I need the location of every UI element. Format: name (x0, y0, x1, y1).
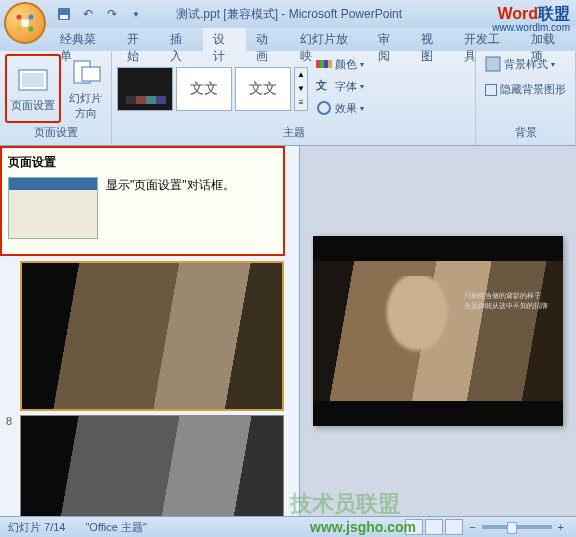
tooltip-preview-image (8, 177, 98, 239)
tab-insert[interactable]: 插入 (160, 28, 203, 51)
effects-button[interactable]: 效果▾ (312, 98, 368, 118)
main-slide-area[interactable]: 只剩你当做的背影的样子 永远你能从这中不知的招牌 (300, 146, 576, 516)
window-title: 测试.ppt [兼容模式] - Microsoft PowerPoint (176, 6, 402, 23)
page-setup-label: 页面设置 (11, 98, 55, 113)
slide-thumb-8[interactable]: 8 我的最爱是你经过我身边 永远伫立的迎风 (6, 415, 293, 516)
tab-classic-menu[interactable]: 经典菜单 (50, 28, 117, 51)
background-styles-button[interactable]: 背景样式▾ (481, 54, 570, 74)
fonts-icon: 文 (316, 78, 332, 94)
svg-point-3 (17, 27, 22, 32)
checkbox-icon (485, 84, 497, 96)
svg-rect-11 (316, 60, 320, 68)
theme-thumb-2[interactable]: 文文 (235, 67, 291, 111)
background-styles-icon (485, 56, 501, 72)
tab-animations[interactable]: 动画 (246, 28, 289, 51)
svg-point-4 (29, 27, 34, 32)
tech-watermark: 技术员联盟 (290, 489, 400, 519)
effects-icon (316, 100, 332, 116)
svg-rect-16 (486, 57, 500, 71)
ribbon-tabs: 经典菜单 开始 插入 设计 动画 幻灯片放映 审阅 视图 开发工具 加载项 (0, 28, 576, 51)
orientation-label: 幻灯片 方向 (69, 91, 102, 121)
group-label-page-setup: 页面设置 (5, 123, 106, 142)
svg-rect-13 (324, 60, 328, 68)
tooltip-title: 页面设置 (8, 154, 277, 171)
workspace: 页面设置 显示"页面设置"对话框。 8 我的最爱是你经过我身边 永远伫立的迎风 … (0, 146, 576, 516)
slideshow-view-button[interactable] (445, 519, 463, 535)
quick-access-toolbar: ↶ ↷ ▼ (54, 4, 146, 24)
main-slide-caption: 只剩你当做的背影的样子 永远你能从这中不知的招牌 (464, 291, 548, 311)
svg-point-2 (29, 15, 34, 20)
svg-point-0 (21, 19, 29, 27)
zoom-slider[interactable] (482, 525, 552, 529)
qat-dropdown-icon[interactable]: ▼ (126, 4, 146, 24)
page-setup-button[interactable]: 页面设置 (5, 54, 61, 123)
status-theme: "Office 主题" (85, 520, 146, 535)
svg-rect-10 (82, 67, 100, 81)
tooltip: 页面设置 显示"页面设置"对话框。 (0, 146, 285, 256)
svg-point-15 (318, 102, 330, 114)
svg-rect-12 (320, 60, 324, 68)
svg-rect-8 (22, 73, 44, 87)
theme-thumb-1[interactable]: 文文 (176, 67, 232, 111)
watermark-url: www.wordlm.com (492, 22, 570, 33)
group-background: 背景样式▾ 隐藏背景图形 背景 (476, 51, 576, 145)
ribbon: 页面设置 幻灯片 方向 页面设置 文文 文文 ▲▼≡ 颜色▾ (0, 51, 576, 146)
tab-home[interactable]: 开始 (117, 28, 160, 51)
hide-background-checkbox[interactable]: 隐藏背景图形 (481, 80, 570, 99)
status-slide-counter: 幻灯片 7/14 (8, 520, 65, 535)
tab-review[interactable]: 审阅 (368, 28, 411, 51)
main-slide: 只剩你当做的背影的样子 永远你能从这中不知的招牌 (313, 236, 563, 426)
orientation-button[interactable]: 幻灯片 方向 (65, 54, 106, 123)
fonts-button[interactable]: 文 字体▾ (312, 76, 368, 96)
slide-thumb-7[interactable] (6, 261, 293, 411)
tab-design[interactable]: 设计 (203, 28, 246, 51)
svg-rect-14 (328, 60, 332, 68)
svg-point-1 (17, 15, 22, 20)
office-button[interactable] (4, 2, 46, 44)
tooltip-text: 显示"页面设置"对话框。 (106, 177, 235, 239)
group-page-setup: 页面设置 幻灯片 方向 页面设置 (0, 51, 112, 145)
theme-gallery-more[interactable]: ▲▼≡ (294, 67, 308, 111)
redo-icon[interactable]: ↷ (102, 4, 122, 24)
group-label-background: 背景 (481, 123, 570, 142)
undo-icon[interactable]: ↶ (78, 4, 98, 24)
statusbar: 幻灯片 7/14 "Office 主题" − + (0, 516, 576, 537)
save-icon[interactable] (54, 4, 74, 24)
orientation-icon (70, 57, 102, 89)
sorter-view-button[interactable] (425, 519, 443, 535)
svg-rect-6 (60, 15, 68, 19)
final-url-watermark: www.jsgho.com (310, 519, 416, 535)
group-label-themes: 主题 (117, 123, 470, 142)
slide-panel: 页面设置 显示"页面设置"对话框。 8 我的最爱是你经过我身边 永远伫立的迎风 (0, 146, 300, 516)
tab-slideshow[interactable]: 幻灯片放映 (290, 28, 368, 51)
colors-button[interactable]: 颜色▾ (312, 54, 368, 74)
colors-icon (316, 56, 332, 72)
group-themes: 文文 文文 ▲▼≡ 颜色▾ 文 字体▾ 效果▾ 主题 (112, 51, 476, 145)
tab-view[interactable]: 视图 (411, 28, 454, 51)
titlebar: ↶ ↷ ▼ 测试.ppt [兼容模式] - Microsoft PowerPoi… (0, 0, 576, 28)
theme-gallery: 文文 文文 ▲▼≡ (117, 54, 308, 123)
theme-thumb-current[interactable] (117, 67, 173, 111)
page-setup-icon (17, 64, 49, 96)
